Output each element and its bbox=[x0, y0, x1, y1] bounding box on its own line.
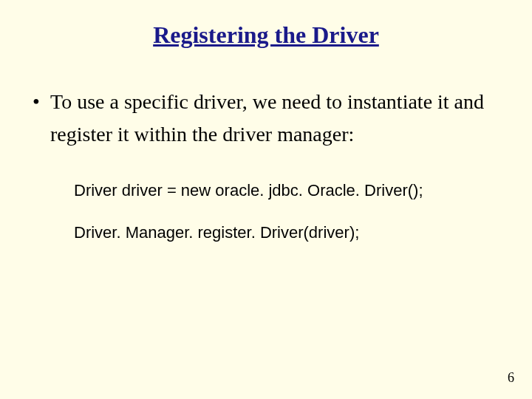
bullet-list: To use a specific driver, we need to ins… bbox=[30, 86, 502, 150]
page-number: 6 bbox=[508, 370, 514, 386]
code-line-1: Driver driver = new oracle. jdbc. Oracle… bbox=[74, 180, 502, 202]
bullet-item: To use a specific driver, we need to ins… bbox=[30, 86, 502, 150]
code-line-2: Driver. Manager. register. Driver(driver… bbox=[74, 222, 502, 245]
slide-title: Registering the Driver bbox=[30, 21, 502, 49]
slide: Registering the Driver To use a specific… bbox=[0, 0, 532, 399]
code-block: Driver driver = new oracle. jdbc. Oracle… bbox=[30, 180, 502, 245]
